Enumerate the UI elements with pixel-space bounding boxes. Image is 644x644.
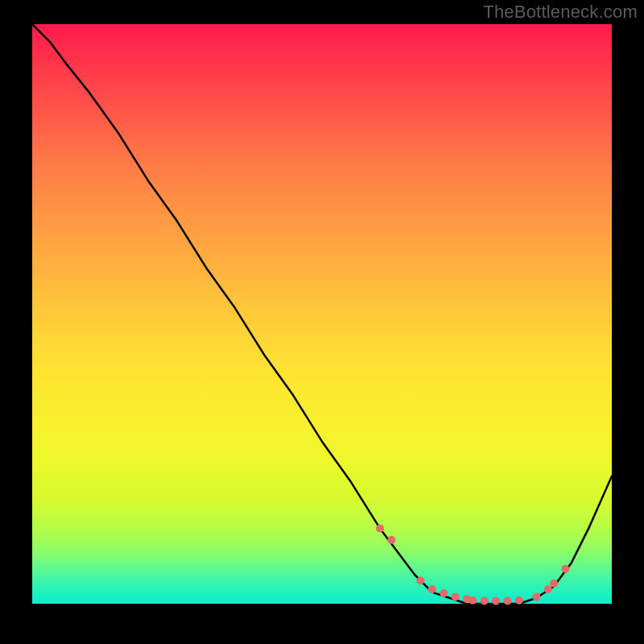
optimal-marker: [561, 565, 569, 573]
optimal-marker: [515, 597, 523, 605]
chart-frame: TheBottleneck.com: [0, 0, 644, 644]
optimal-marker: [452, 592, 460, 601]
watermark-text: TheBottleneck.com: [483, 2, 638, 23]
optimal-marker: [376, 524, 384, 532]
optimal-marker: [550, 580, 558, 588]
optimal-marker: [481, 597, 489, 605]
optimal-marker: [532, 592, 540, 601]
optimal-marker: [440, 589, 448, 597]
optimal-marker: [469, 597, 477, 605]
plot-svg: [32, 24, 612, 604]
optimal-marker: [492, 597, 500, 605]
optimal-marker: [387, 536, 395, 544]
optimal-marker: [544, 585, 552, 593]
optimal-marker: [428, 585, 436, 593]
plot-area: [32, 24, 612, 604]
optimal-marker: [416, 576, 424, 584]
optimal-marker: [503, 597, 511, 605]
bottleneck-curve: [32, 24, 612, 604]
optimal-range-markers: [376, 524, 569, 605]
